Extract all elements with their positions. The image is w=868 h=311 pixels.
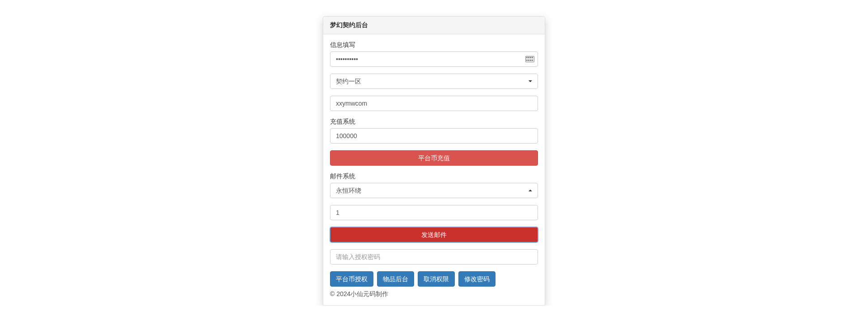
panel-title: 梦幻契约后台 — [323, 17, 545, 34]
password-input-wrap — [330, 51, 538, 67]
recharge-label: 充值系统 — [330, 118, 538, 126]
action-buttons-row: 平台币授权 物品后台 取消权限 修改密码 — [330, 271, 538, 287]
chevron-up-icon — [528, 190, 532, 191]
cancel-permission-button[interactable]: 取消权限 — [418, 271, 455, 287]
zone-select-value: 契约一区 — [336, 78, 361, 85]
chevron-down-icon — [528, 80, 532, 82]
account-group — [330, 96, 538, 111]
mail-qty-input[interactable] — [330, 205, 538, 220]
info-label: 信息填写 — [330, 41, 538, 49]
footer-text: © 2024小仙元码制作 — [330, 290, 538, 298]
item-admin-button[interactable]: 物品后台 — [377, 271, 414, 287]
mail-item-select-value: 永恒环绕 — [336, 187, 361, 194]
authorize-button[interactable]: 平台币授权 — [330, 271, 373, 287]
change-password-button[interactable]: 修改密码 — [458, 271, 495, 287]
info-section: 信息填写 — [330, 41, 538, 67]
auth-group — [330, 249, 538, 265]
mail-section: 邮件系统 永恒环绕 — [330, 172, 538, 198]
mail-label: 邮件系统 — [330, 172, 538, 181]
recharge-amount-input[interactable] — [330, 128, 538, 144]
zone-select[interactable]: 契约一区 — [330, 74, 538, 89]
recharge-section: 充值系统 — [330, 118, 538, 144]
zone-select-group: 契约一区 — [330, 74, 538, 89]
account-input[interactable] — [330, 96, 538, 111]
recharge-button[interactable]: 平台币充值 — [330, 150, 538, 166]
mail-qty-group — [330, 205, 538, 220]
main-panel: 梦幻契约后台 信息填写 契约一区 充值系统 平台币充值 — [323, 16, 545, 306]
auth-password-input[interactable] — [330, 249, 538, 265]
mail-item-select[interactable]: 永恒环绕 — [330, 183, 538, 198]
recharge-button-group: 平台币充值 — [330, 150, 538, 166]
send-mail-button[interactable]: 发送邮件 — [330, 227, 538, 242]
panel-body: 信息填写 契约一区 充值系统 平台币充值 邮件系统 — [323, 34, 545, 305]
password-input[interactable] — [330, 51, 538, 67]
mail-button-group: 发送邮件 — [330, 227, 538, 242]
